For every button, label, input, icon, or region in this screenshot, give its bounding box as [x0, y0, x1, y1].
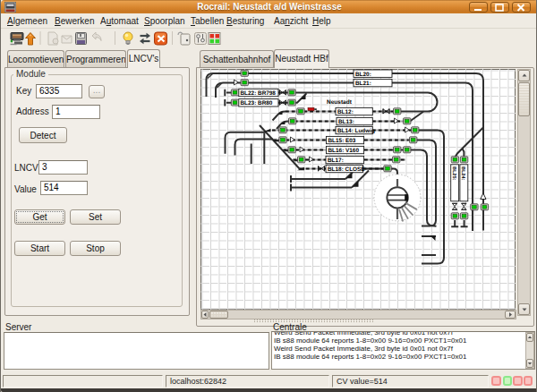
svg-text:Neustadt: Neustadt — [327, 99, 353, 106]
svg-text:BL25:: BL25: — [451, 166, 456, 180]
svg-text:BL15: E03: BL15: E03 — [328, 138, 356, 144]
svg-text:BL23: BR80: BL23: BR80 — [241, 100, 273, 107]
svg-text:BL20:: BL20: — [355, 72, 371, 78]
svg-text:BL21:: BL21: — [355, 81, 371, 87]
svg-text:BL22: BR798: BL22: BR798 — [241, 90, 277, 97]
svg-text:BL16: V160: BL16: V160 — [328, 148, 360, 154]
svg-text:BL24:: BL24: — [460, 166, 465, 180]
svg-text:BL12:: BL12: — [337, 109, 354, 115]
svg-text:BL14: Ludwig: BL14: Ludwig — [337, 128, 375, 134]
svg-text:BL18: CLOSE: BL18: CLOSE — [328, 166, 365, 173]
svg-text:BL17:: BL17: — [328, 158, 344, 164]
svg-text:BL13:: BL13: — [338, 119, 354, 125]
